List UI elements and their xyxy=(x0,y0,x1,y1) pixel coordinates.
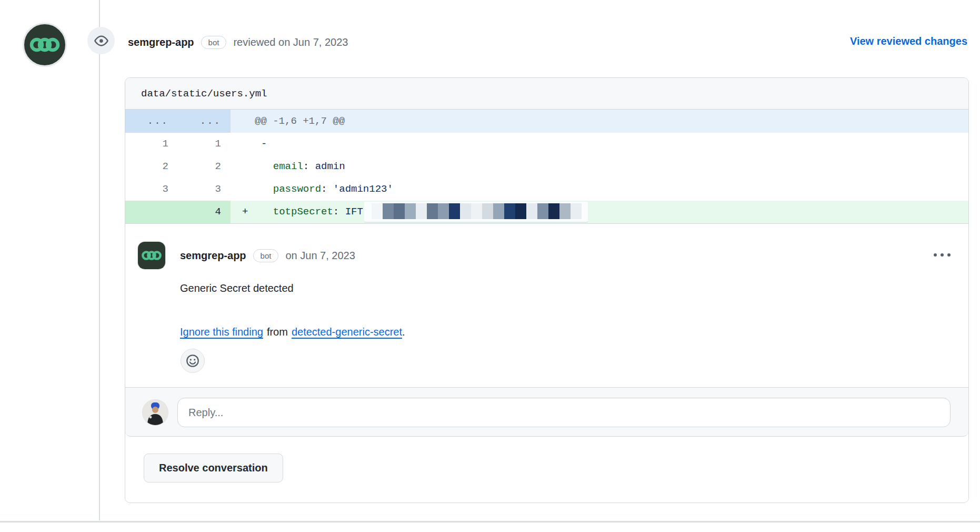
new-line-number[interactable]: 2 xyxy=(178,155,231,178)
new-line-number[interactable]: 1 xyxy=(178,133,231,155)
bot-badge: bot xyxy=(253,249,279,262)
code-line: + totpSecret: IFT xyxy=(231,201,968,223)
eye-review-badge xyxy=(87,27,115,54)
diff-filename[interactable]: data/static/users.yml xyxy=(141,88,267,100)
new-line-number[interactable]: 3 xyxy=(178,178,231,201)
diff-row-4-added: 4 + totpSecret: IFT xyxy=(125,201,968,223)
new-line-number[interactable]: 4 xyxy=(178,201,231,223)
timeline-line xyxy=(99,0,100,520)
code-line: email: admin xyxy=(231,155,968,178)
page-bottom-divider xyxy=(0,521,980,523)
comment-body: Generic Secret detected xyxy=(180,282,294,295)
comment-links-line: Ignore this findingfromdetected-generic-… xyxy=(180,326,405,339)
reply-input[interactable] xyxy=(177,398,951,427)
review-action-text: reviewed on Jun 7, 2023 xyxy=(233,36,348,48)
old-line-number[interactable]: 2 xyxy=(125,155,178,178)
redacted-secret xyxy=(364,202,588,222)
diff-row-3: 3 3 password: 'admin123' xyxy=(125,178,968,201)
smiley-icon xyxy=(186,354,199,368)
old-line-number[interactable]: 3 xyxy=(125,178,178,201)
hunk-new-ellipsis: ... xyxy=(178,110,231,133)
diff-hunk-row: ... ... @@ -1,6 +1,7 @@ xyxy=(125,110,968,133)
diff-file-header[interactable]: data/static/users.yml xyxy=(125,78,968,110)
hunk-header-text: @@ -1,6 +1,7 @@ xyxy=(231,110,345,133)
reply-section xyxy=(125,387,968,437)
rule-link[interactable]: detected-generic-secret xyxy=(292,326,402,338)
view-reviewed-changes-link[interactable]: View reviewed changes xyxy=(850,35,967,47)
review-header-text: semgrep-app bot reviewed on Jun 7, 2023 xyxy=(128,31,348,54)
review-author-link[interactable]: semgrep-app xyxy=(128,36,194,48)
resolve-area: Resolve conversation xyxy=(125,437,968,503)
review-header: semgrep-app bot reviewed on Jun 7, 2023 … xyxy=(0,19,980,72)
code-line: - xyxy=(231,133,968,155)
kebab-menu-icon[interactable] xyxy=(934,253,951,257)
user-avatar xyxy=(143,400,168,425)
comment-bot-avatar[interactable] xyxy=(138,242,165,269)
diff-row-2: 2 2 email: admin xyxy=(125,155,968,178)
pull-request-review-thread: semgrep-app bot reviewed on Jun 7, 2023 … xyxy=(0,0,980,532)
comment-header: semgrep-app bot on Jun 7, 2023 xyxy=(180,242,355,269)
code-line: password: 'admin123' xyxy=(231,178,968,201)
comment: semgrep-app bot on Jun 7, 2023 Generic S… xyxy=(125,224,968,387)
eye-icon xyxy=(94,34,108,48)
semgrep-logo-icon xyxy=(29,37,60,53)
semgrep-logo-icon xyxy=(142,250,162,261)
review-thread-card: data/static/users.yml ... ... @@ -1,6 +1… xyxy=(125,77,969,503)
comment-date: on Jun 7, 2023 xyxy=(285,250,355,262)
bot-badge: bot xyxy=(201,36,227,49)
ignore-finding-link[interactable]: Ignore this finding xyxy=(180,326,263,338)
period-text: . xyxy=(402,326,405,338)
from-text: from xyxy=(267,326,288,338)
emoji-reaction-button[interactable] xyxy=(181,349,205,373)
old-line-number[interactable]: 1 xyxy=(125,133,178,155)
semgrep-bot-avatar[interactable] xyxy=(23,23,67,67)
old-line-number[interactable] xyxy=(125,201,178,223)
resolve-conversation-button[interactable]: Resolve conversation xyxy=(144,454,283,482)
comment-author-link[interactable]: semgrep-app xyxy=(180,250,246,262)
hunk-old-ellipsis: ... xyxy=(125,110,178,133)
diff-table: ... ... @@ -1,6 +1,7 @@ 1 1 - 2 2 email:… xyxy=(125,110,968,224)
diff-row-1: 1 1 - xyxy=(125,133,968,155)
